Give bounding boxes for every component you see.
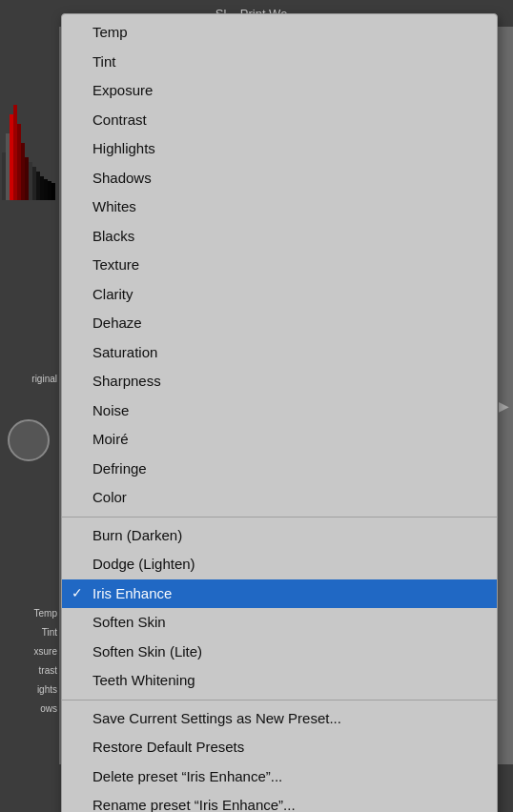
checkmark-icon: ✓ [72,583,83,603]
menu-item-0-7[interactable]: Blacks [62,222,497,252]
menu-section-0: TempTintExposureContrastHighlightsShadow… [62,14,497,518]
sidebar-label-temp: Temp [34,608,57,619]
menu-item-0-6[interactable]: Whites [62,193,497,222]
menu-item-label-2-1: Restore Default Presets [92,737,244,759]
svg-rect-5 [21,143,25,200]
menu-item-label-0-13: Noise [92,400,129,422]
menu-section-1: Burn (Darken)Dodge (Lighten)✓Iris Enhanc… [62,518,497,700]
sidebar-label-exposure: xsure [34,646,57,657]
sidebar-label-highlights: ights [37,684,57,695]
menu-item-0-11[interactable]: Saturation [62,338,497,368]
menu-item-1-1[interactable]: Dodge (Lighten) [62,550,497,579]
menu-section-2: Save Current Settings as New Preset...Re… [62,700,497,813]
menu-item-0-9[interactable]: Clarity [62,280,497,310]
svg-rect-8 [32,167,36,200]
svg-rect-4 [17,124,21,200]
svg-rect-11 [44,179,48,200]
left-sidebar: riginal Temp Tint xsure trast ights ows [0,0,59,812]
menu-item-label-0-15: Defringe [92,458,147,480]
menu-item-label-1-5: Teeth Whitening [92,670,195,692]
menu-item-2-1[interactable]: Restore Default Presets [62,733,497,762]
menu-item-2-3[interactable]: Rename preset “Iris Enhance”... [62,791,497,812]
sidebar-label-contrast: trast [39,665,57,676]
menu-item-label-0-10: Dehaze [92,313,142,335]
svg-rect-9 [36,172,40,200]
svg-rect-1 [6,133,10,200]
menu-item-0-1[interactable]: Tint [62,48,497,77]
svg-rect-3 [13,105,17,200]
menu-item-label-2-3: Rename preset “Iris Enhance”... [92,795,296,812]
svg-rect-12 [48,181,51,200]
menu-item-0-15[interactable]: Defringe [62,455,497,484]
menu-item-0-2[interactable]: Exposure [62,76,497,106]
menu-item-label-1-1: Dodge (Lighten) [92,554,195,576]
menu-item-label-0-0: Temp [92,22,128,44]
menu-item-0-8[interactable]: Texture [62,251,497,280]
menu-item-2-0[interactable]: Save Current Settings as New Preset... [62,704,497,734]
menu-item-label-0-1: Tint [92,51,115,73]
svg-rect-2 [10,114,13,200]
menu-item-1-4[interactable]: Soften Skin (Lite) [62,638,497,667]
sidebar-label-tint: Tint [42,627,57,638]
svg-rect-7 [29,162,32,200]
menu-item-0-14[interactable]: Moiré [62,425,497,455]
menu-item-0-0[interactable]: Temp [62,18,497,48]
svg-rect-13 [51,183,55,200]
circle-icon [8,419,50,461]
menu-item-label-0-2: Exposure [92,80,153,102]
svg-rect-0 [2,152,6,200]
svg-rect-6 [25,157,29,200]
menu-item-label-0-7: Blacks [92,226,134,248]
svg-rect-10 [40,176,44,200]
menu-item-1-2[interactable]: ✓Iris Enhance [62,579,497,609]
menu-item-0-3[interactable]: Contrast [62,106,497,135]
sidebar-label-shadows: ows [40,703,57,714]
menu-item-0-10[interactable]: Dehaze [62,309,497,338]
menu-item-0-4[interactable]: Highlights [62,134,497,164]
menu-item-0-12[interactable]: Sharpness [62,367,497,396]
menu-item-label-0-16: Color [92,487,127,509]
menu-item-label-1-3: Soften Skin [92,612,166,634]
menu-item-label-0-4: Highlights [92,138,155,160]
menu-item-1-5[interactable]: Teeth Whitening [62,666,497,696]
menu-item-2-2[interactable]: Delete preset “Iris Enhance”... [62,762,497,792]
menu-item-label-0-14: Moiré [92,429,129,451]
menu-item-0-13[interactable]: Noise [62,396,497,426]
menu-item-0-16[interactable]: Color [62,483,497,513]
menu-item-label-1-0: Burn (Darken) [92,525,182,547]
menu-item-1-3[interactable]: Soften Skin [62,608,497,638]
menu-item-label-1-2: Iris Enhance [92,583,172,605]
menu-item-label-0-12: Sharpness [92,371,161,393]
menu-item-label-0-3: Contrast [92,110,147,132]
menu-item-label-0-8: Texture [92,254,139,276]
right-arrow-icon: ▶ [499,398,509,414]
menu-item-label-2-2: Delete preset “Iris Enhance”... [92,766,282,788]
menu-item-label-1-4: Soften Skin (Lite) [92,641,202,663]
menu-item-label-0-11: Saturation [92,342,157,364]
dropdown-menu: TempTintExposureContrastHighlightsShadow… [61,13,498,812]
menu-item-label-0-6: Whites [92,196,136,218]
menu-item-1-0[interactable]: Burn (Darken) [62,521,497,551]
menu-item-label-0-5: Shadows [92,168,152,190]
sidebar-label-original: riginal [31,374,57,384]
menu-item-0-5[interactable]: Shadows [62,164,497,193]
menu-item-label-2-0: Save Current Settings as New Preset... [92,708,341,730]
menu-item-label-0-9: Clarity [92,284,133,306]
